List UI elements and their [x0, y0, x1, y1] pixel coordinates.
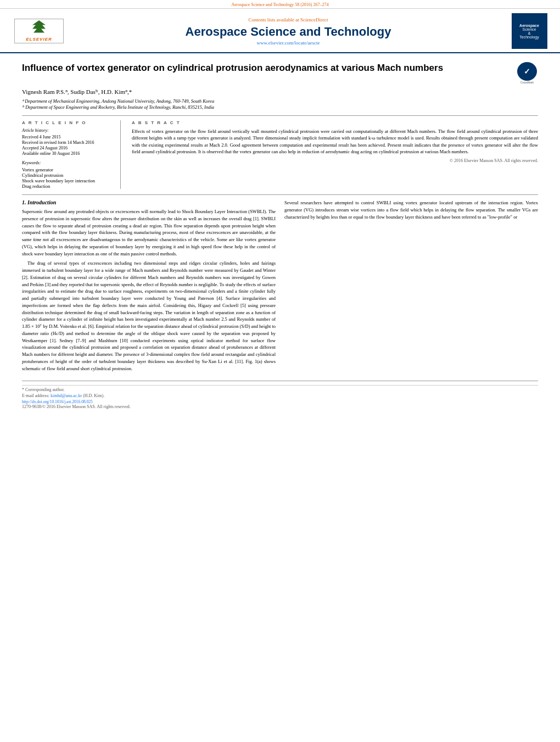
journal-top-bar: Aerospace Science and Technology 58 (201… [0, 0, 560, 9]
journal-title: Aerospace Science and Technology [69, 25, 507, 39]
authors: Vignesh Ram P.S.ᵃ, Sudip Dasᵇ, H.D. Kimᵃ… [22, 88, 538, 96]
online-date: Available online 30 August 2016 [22, 151, 113, 156]
doi-link[interactable]: http://dx.doi.org/10.1016/j.ast.2016.08.… [22, 399, 538, 404]
two-column-body: 1. Introduction Supersonic flow around a… [22, 199, 538, 375]
issn-line: 1270-9638/© 2016 Elsevier Masson SAS. Al… [22, 404, 538, 409]
journal-url[interactable]: www.elsevier.com/locate/aescte [69, 40, 507, 46]
affiliations: ᵃ Department of Mechanical Engineering, … [22, 98, 538, 110]
history-title: Article history: [22, 128, 113, 133]
elsevier-logo-area: ELSEVIER [9, 19, 69, 43]
article-container: Influence of vortex generator on cylindr… [0, 53, 560, 416]
elsevier-logo: ELSEVIER [14, 19, 64, 43]
abstract-section: A B S T R A C T Effects of vortex genera… [132, 120, 538, 189]
sciencedirect-link[interactable]: ScienceDirect [300, 17, 328, 23]
keyword-2: Cylindrical protrusion [22, 172, 113, 178]
journal-citation: Aerospace Science and Technology 58 (201… [231, 2, 328, 7]
elsevier-tree-icon [28, 20, 50, 36]
article-info-section: A R T I C L E I N F O Article history: R… [22, 115, 538, 189]
article-info-label: A R T I C L E I N F O [22, 120, 113, 125]
keywords-title: Keywords: [22, 160, 113, 165]
affiliation-a: ᵃ Department of Mechanical Engineering, … [22, 98, 538, 104]
keyword-1: Vortex generator [22, 167, 113, 172]
body-col-left: 1. Introduction Supersonic flow around a… [22, 199, 276, 375]
section1-heading: 1. Introduction [22, 199, 276, 205]
article-footer: * Corresponding author. E-mail address: … [22, 381, 538, 409]
author-names: Vignesh Ram P.S.ᵃ, Sudip Dasᵇ, H.D. Kimᵃ… [22, 88, 132, 95]
crossmark-logo: ✓ CrossMark [516, 62, 538, 84]
received-date: Received 4 June 2015 [22, 135, 113, 140]
corner-logo-line2: Science [523, 27, 536, 31]
journal-center-info: Contents lists available at ScienceDirec… [69, 17, 507, 46]
body-paragraph-1: Supersonic flow around any protruded obj… [22, 208, 276, 372]
crossmark-icon: ✓ [517, 62, 537, 81]
keyword-4: Drag reduction [22, 183, 113, 189]
article-title-section: Influence of vortex generator on cylindr… [22, 62, 538, 84]
sciencedirect-line: Contents lists available at ScienceDirec… [69, 17, 507, 23]
corner-logo-area: Aerospace Science & Technology [507, 13, 551, 49]
article-info-left: A R T I C L E I N F O Article history: R… [22, 120, 121, 189]
copyright-line: © 2016 Elsevier Masson SAS. All rights r… [132, 158, 538, 163]
abstract-label: A B S T R A C T [132, 120, 538, 125]
keyword-3: Shock wave boundary layer interaction [22, 178, 113, 183]
email-link[interactable]: kimhd@anu.ac.kr [51, 393, 82, 398]
corner-logo-line1: Aerospace [519, 24, 539, 27]
corresponding-author: * Corresponding author. [22, 387, 538, 392]
crossmark-label: CrossMark [520, 81, 534, 84]
corner-logo-line4: Technology [519, 35, 539, 39]
accepted-date: Accepted 24 August 2016 [22, 146, 113, 150]
corner-logo-line3: & [528, 31, 531, 35]
affiliation-b: ᵇ Department of Space Engineering and Ro… [22, 104, 538, 110]
corner-logo: Aerospace Science & Technology [512, 13, 547, 49]
body-paragraph-2: Several researchers have attempted to co… [284, 199, 538, 220]
body-col-right: Several researchers have attempted to co… [284, 199, 538, 375]
journal-header: ELSEVIER Contents lists available at Sci… [0, 9, 560, 53]
footer-divider [22, 385, 538, 386]
email-note: E-mail address: kimhd@anu.ac.kr (H.D. Ki… [22, 393, 538, 398]
body-section: 1. Introduction Supersonic flow around a… [22, 194, 538, 375]
elsevier-wordmark: ELSEVIER [26, 37, 52, 42]
revised-date: Received in revised form 14 March 2016 [22, 140, 113, 145]
article-title: Influence of vortex generator on cylindr… [22, 62, 516, 74]
abstract-text: Effects of vortex generator on the flow … [132, 128, 538, 155]
